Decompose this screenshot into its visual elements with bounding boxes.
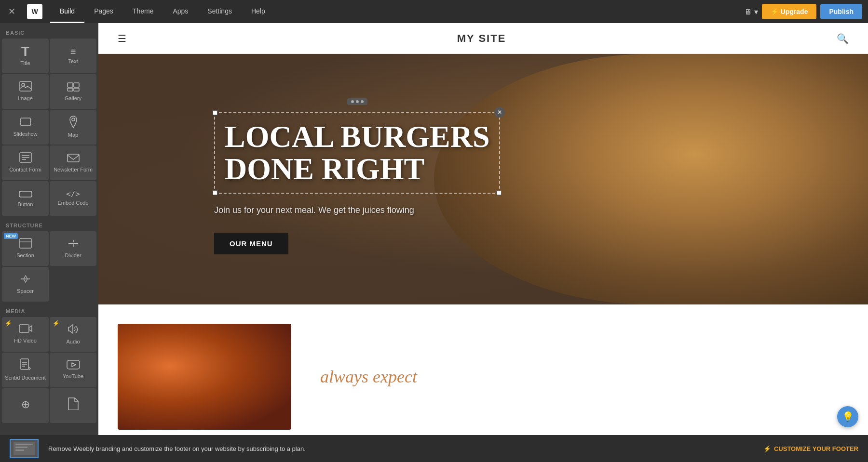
sidebar-item-title[interactable]: T Title <box>2 39 49 73</box>
sidebar-item-map[interactable]: Map <box>50 110 96 145</box>
sidebar-item-scribd[interactable]: Scribd Document <box>2 353 49 387</box>
sidebar-item-label: Image <box>18 95 33 102</box>
nav-tabs: Build Pages Theme Apps Settings Help <box>50 0 275 23</box>
tab-apps[interactable]: Apps <box>163 0 198 23</box>
sidebar-item-label: Title <box>20 60 30 66</box>
divider-icon <box>67 238 80 251</box>
upgrade-button[interactable]: ⚡ Upgrade <box>762 4 817 19</box>
element-toolbar <box>347 98 367 105</box>
help-fab-button[interactable]: 💡 <box>837 406 858 427</box>
top-navigation: ✕ W Build Pages Theme Apps Settings Help… <box>0 0 868 23</box>
hamburger-menu-icon[interactable]: ☰ <box>118 33 126 44</box>
sidebar-item-button[interactable]: Button <box>2 181 49 216</box>
hero-title-box[interactable]: ✕ LOCAL BURGERS DONE RIGHT <box>214 112 500 194</box>
sidebar-item-label: Contact Form <box>9 167 41 173</box>
footer-bar: Remove Weebly branding and customize the… <box>0 435 868 462</box>
sidebar-item-file[interactable] <box>50 388 96 423</box>
hero-section: ✕ LOCAL BURGERS DONE RIGHT Join us for y… <box>98 54 868 304</box>
newsletter-icon <box>67 152 80 165</box>
close-button[interactable]: ✕ <box>0 0 23 23</box>
gallery-icon <box>67 81 80 93</box>
tab-help[interactable]: Help <box>242 0 275 23</box>
tab-settings[interactable]: Settings <box>198 0 242 23</box>
site-header: ☰ MY SITE 🔍 <box>98 23 868 54</box>
sidebar-item-image[interactable]: Image <box>2 74 49 109</box>
publish-button[interactable]: Publish <box>820 4 862 19</box>
contact-form-icon <box>19 152 32 165</box>
tab-pages[interactable]: Pages <box>84 0 123 23</box>
svg-rect-6 <box>21 118 30 126</box>
image-icon <box>19 81 32 93</box>
svg-point-7 <box>72 118 75 121</box>
preview-line <box>15 444 33 445</box>
sidebar-item-audio[interactable]: ⚡ Audio <box>50 317 96 352</box>
sidebar-item-embed[interactable]: </> Embed Code <box>50 181 96 216</box>
sidebar-item-text[interactable]: ≡ Text <box>50 39 96 73</box>
lightning-icon: ⚡ <box>5 320 12 327</box>
embed-icon: </> <box>66 190 80 198</box>
svg-rect-13 <box>19 191 32 197</box>
nav-right-actions: 🖥 ▾ ⚡ Upgrade Publish <box>744 4 868 19</box>
svg-rect-0 <box>20 81 31 91</box>
content-tagline: always expect <box>320 367 849 387</box>
lightning-icon: ⚡ <box>53 320 60 327</box>
resize-handle-tl[interactable] <box>213 110 217 115</box>
youtube-icon <box>67 360 80 371</box>
weebly-logo: W <box>23 0 46 23</box>
toolbar-dot <box>356 100 359 103</box>
sidebar-item-label: Divider <box>65 252 81 259</box>
text-icon: ≡ <box>70 47 76 56</box>
close-element-button[interactable]: ✕ <box>494 107 505 118</box>
file-icon <box>68 397 79 412</box>
svg-rect-2 <box>68 83 73 87</box>
customize-footer-button[interactable]: ⚡ CUSTOMIZE YOUR FOOTER <box>763 445 858 452</box>
spacer-icon <box>19 274 32 286</box>
svg-rect-17 <box>19 325 29 332</box>
logo-mark: W <box>27 4 42 19</box>
footer-cta-label: CUSTOMIZE YOUR FOOTER <box>774 445 858 452</box>
sidebar-section-basic: BASIC <box>0 23 98 39</box>
svg-rect-14 <box>20 238 31 248</box>
hero-cta-button[interactable]: OUR MENU <box>214 233 288 254</box>
content-section: always expect <box>98 304 868 449</box>
tab-theme[interactable]: Theme <box>123 0 163 23</box>
svg-rect-5 <box>74 88 79 91</box>
more-icon: ⊕ <box>21 399 30 410</box>
sidebar-item-label: Section <box>16 252 34 259</box>
structure-items-grid: NEW Section Divider Spacer <box>0 231 98 302</box>
sidebar-item-more[interactable]: ⊕ <box>2 388 49 423</box>
hero-heading: LOCAL BURGERS DONE RIGHT <box>225 120 489 185</box>
content-text: always expect <box>320 367 849 387</box>
sidebar-section-structure: STRUCTURE <box>0 216 98 231</box>
svg-rect-3 <box>74 83 79 87</box>
footer-message: Remove Weebly branding and customize the… <box>48 445 754 452</box>
media-items-grid: ⚡ HD Video ⚡ Audio Scribd Document YouTu… <box>0 317 98 423</box>
sidebar-item-section[interactable]: NEW Section <box>2 231 49 266</box>
device-switcher[interactable]: 🖥 ▾ <box>744 7 758 16</box>
resize-handle-br[interactable] <box>497 190 502 195</box>
site-title: MY SITE <box>457 32 506 45</box>
resize-handle-bl[interactable] <box>213 190 217 195</box>
svg-rect-4 <box>68 88 73 91</box>
basic-items-grid: T Title ≡ Text Image Gallery Slideshow <box>0 39 98 216</box>
sidebar-item-hd-video[interactable]: ⚡ HD Video <box>2 317 49 352</box>
section-icon <box>19 238 32 251</box>
sidebar-item-contact-form[interactable]: Contact Form <box>2 145 49 180</box>
sidebar-item-label: YouTube <box>63 373 83 380</box>
scribd-icon <box>20 358 31 373</box>
sidebar-item-label: Map <box>68 132 78 138</box>
sidebar-item-youtube[interactable]: YouTube <box>50 353 96 387</box>
site-search-icon[interactable]: 🔍 <box>837 33 849 44</box>
svg-rect-22 <box>67 360 80 369</box>
sidebar-item-divider[interactable]: Divider <box>50 231 96 266</box>
hd-video-icon <box>19 324 32 336</box>
tab-build[interactable]: Build <box>50 0 84 23</box>
button-icon <box>19 189 32 199</box>
sidebar-item-slideshow[interactable]: Slideshow <box>2 110 49 145</box>
sidebar-item-gallery[interactable]: Gallery <box>50 74 96 109</box>
footer-preview-thumbnail <box>10 439 39 458</box>
sidebar-item-label: HD Video <box>14 338 37 344</box>
sidebar-item-newsletter[interactable]: Newsletter Form <box>50 145 96 180</box>
sidebar-item-spacer[interactable]: Spacer <box>2 267 49 302</box>
sidebar: BASIC T Title ≡ Text Image Gallery Slide… <box>0 23 98 462</box>
